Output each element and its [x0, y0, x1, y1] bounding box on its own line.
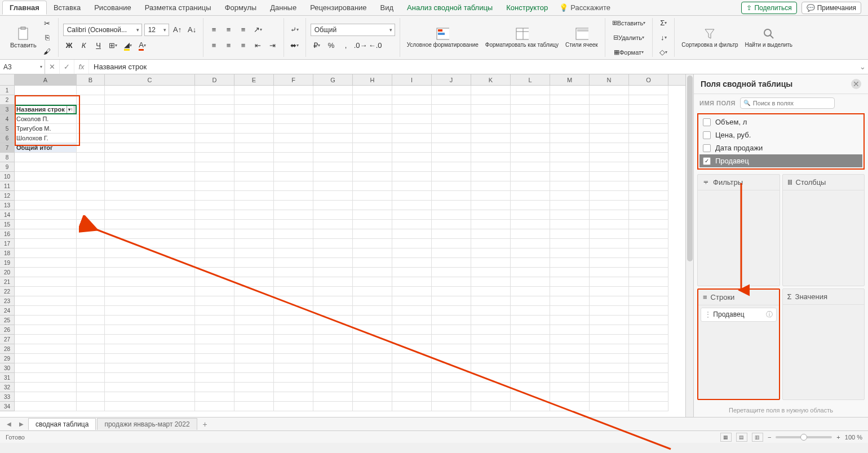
row-header[interactable]: 34: [0, 402, 15, 411]
cell[interactable]: [550, 162, 590, 172]
cell[interactable]: [550, 316, 590, 325]
cell[interactable]: [511, 153, 550, 162]
col-header-J[interactable]: J: [432, 74, 471, 85]
comments-button[interactable]: 💬 Примечания: [801, 2, 861, 14]
cell[interactable]: [15, 335, 77, 344]
cell[interactable]: [471, 229, 511, 239]
cell[interactable]: [392, 306, 432, 316]
tab-draw[interactable]: Рисование: [87, 1, 138, 14]
cell[interactable]: [313, 124, 353, 134]
cell[interactable]: [471, 220, 511, 229]
cell[interactable]: [195, 153, 234, 162]
cell[interactable]: [195, 229, 234, 239]
cell[interactable]: [15, 296, 77, 306]
cell[interactable]: [590, 201, 629, 210]
cell[interactable]: [353, 143, 392, 153]
cell[interactable]: [15, 316, 77, 325]
row-header[interactable]: 21: [0, 277, 15, 287]
cell[interactable]: [511, 114, 550, 124]
cell[interactable]: [590, 335, 629, 344]
cell[interactable]: [550, 220, 590, 229]
cell[interactable]: [15, 239, 77, 248]
cell[interactable]: [195, 402, 234, 411]
cell[interactable]: [274, 316, 313, 325]
cell[interactable]: [629, 402, 668, 411]
cut-button[interactable]: ✂: [41, 17, 54, 30]
cell[interactable]: [105, 277, 195, 287]
cell[interactable]: [392, 162, 432, 172]
cell[interactable]: [105, 153, 195, 162]
cell[interactable]: [77, 402, 105, 411]
row-header[interactable]: 26: [0, 325, 15, 335]
cell[interactable]: [629, 95, 668, 105]
scrollbar-thumb[interactable]: [687, 76, 693, 261]
cell[interactable]: [77, 105, 105, 114]
align-right-button[interactable]: ≡: [237, 39, 250, 52]
name-box[interactable]: A3: [0, 60, 45, 74]
cell[interactable]: [392, 335, 432, 344]
cell[interactable]: [550, 354, 590, 363]
clear-button[interactable]: ◇: [657, 46, 670, 59]
currency-button[interactable]: ₽: [311, 39, 323, 52]
cell[interactable]: [432, 201, 471, 210]
cell[interactable]: [195, 325, 234, 335]
cell[interactable]: [550, 86, 590, 95]
cell[interactable]: [313, 402, 353, 411]
row-header[interactable]: 10: [0, 172, 15, 181]
copy-button[interactable]: ⎘: [41, 32, 54, 44]
formula-input[interactable]: Названия строк: [89, 60, 857, 74]
zoom-in-button[interactable]: +: [836, 434, 840, 441]
cell[interactable]: [195, 95, 234, 105]
cell[interactable]: [511, 325, 550, 335]
cell[interactable]: [550, 277, 590, 287]
cell[interactable]: [590, 143, 629, 153]
cell[interactable]: [195, 114, 234, 124]
cell[interactable]: [77, 354, 105, 363]
cell[interactable]: [195, 172, 234, 181]
cell[interactable]: [105, 248, 195, 258]
row-header[interactable]: 1: [0, 86, 15, 95]
insert-cells-button[interactable]: ⊞ Вставить: [610, 17, 648, 29]
row-header[interactable]: 14: [0, 210, 15, 220]
cell[interactable]: [511, 181, 550, 191]
cell[interactable]: [511, 335, 550, 344]
cell[interactable]: [77, 239, 105, 248]
row-header[interactable]: 9: [0, 162, 15, 172]
cell[interactable]: [274, 153, 313, 162]
cell[interactable]: [590, 325, 629, 335]
cell[interactable]: [195, 373, 234, 383]
tab-insert[interactable]: Вставка: [47, 1, 87, 14]
cell[interactable]: [234, 239, 274, 248]
cell[interactable]: [195, 363, 234, 373]
cell[interactable]: [392, 181, 432, 191]
orientation-button[interactable]: ↗: [252, 24, 264, 36]
cell[interactable]: [432, 392, 471, 402]
cell[interactable]: [15, 162, 77, 172]
cell[interactable]: [550, 383, 590, 392]
cell[interactable]: [313, 383, 353, 392]
cell[interactable]: [629, 354, 668, 363]
cell[interactable]: [105, 95, 195, 105]
cell[interactable]: [392, 277, 432, 287]
cell[interactable]: [629, 114, 668, 124]
cell[interactable]: [195, 191, 234, 201]
underline-button[interactable]: Ч: [92, 39, 105, 52]
cell[interactable]: [274, 306, 313, 316]
cell[interactable]: [629, 229, 668, 239]
cell[interactable]: [77, 277, 105, 287]
tab-page-layout[interactable]: Разметка страницы: [138, 1, 218, 14]
row-header[interactable]: 3: [0, 105, 15, 114]
row-header[interactable]: 33: [0, 392, 15, 402]
cancel-edit-button[interactable]: ✕: [45, 60, 60, 74]
cell[interactable]: [234, 402, 274, 411]
row-header[interactable]: 17: [0, 239, 15, 248]
row-header[interactable]: 12: [0, 191, 15, 201]
cell[interactable]: [195, 277, 234, 287]
cell-styles-button[interactable]: Стили ячеек: [563, 26, 600, 49]
row-header[interactable]: 23: [0, 296, 15, 306]
borders-button[interactable]: ⊞: [107, 39, 119, 52]
cell[interactable]: [471, 105, 511, 114]
col-header-D[interactable]: D: [195, 74, 234, 85]
field-date[interactable]: Дата продажи: [699, 141, 862, 154]
cell[interactable]: [274, 383, 313, 392]
